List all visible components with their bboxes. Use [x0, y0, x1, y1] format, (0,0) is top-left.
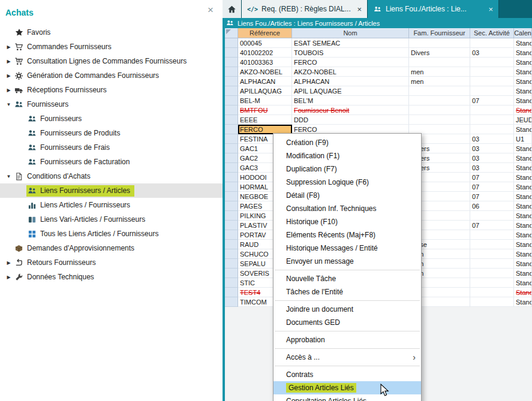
cell-calendrier[interactable]: Stand: [514, 278, 532, 288]
cell-reference[interactable]: 000045: [238, 38, 292, 48]
cell-fam-fournisseur[interactable]: [409, 58, 470, 67]
cell-sec-activite[interactable]: 03: [470, 48, 514, 58]
row-selector[interactable]: [225, 297, 238, 307]
row-selector[interactable]: [225, 182, 238, 192]
column-header-fam-fournisseur[interactable]: Fam. Fournisseur: [409, 28, 470, 38]
cell-calendrier[interactable]: Stand: [514, 211, 532, 221]
menu-item-modification-f1[interactable]: Modification (F1): [273, 149, 421, 162]
cell-sec-activite[interactable]: 03: [470, 163, 514, 173]
sidebar-item-consultation-lignes-de-commandes-fournisseurs[interactable]: ▶Consultation Lignes de Commandes Fourni…: [0, 54, 223, 68]
tab-liens-fournisseurs-articles[interactable]: Liens Fou./Articles : Lie... ×: [368, 0, 499, 18]
cell-sec-activite[interactable]: 03: [470, 144, 514, 153]
cell-nom[interactable]: TOUBOIS: [292, 48, 409, 58]
menu-item-documents-ged[interactable]: Documents GED: [273, 316, 421, 329]
row-selector[interactable]: [225, 125, 238, 134]
row-selector[interactable]: [225, 58, 238, 67]
cell-fam-fournisseur[interactable]: men: [409, 77, 470, 86]
cell-sec-activite[interactable]: 07: [470, 182, 514, 192]
expand-arrow-icon[interactable]: ▶: [4, 59, 13, 64]
menu-item-el-ments-r-cents-maj-f8[interactable]: Eléments Récents (Maj+F8): [273, 228, 421, 242]
cell-nom[interactable]: BEL'M: [292, 96, 409, 105]
sidebar-item-liens-articles-fournisseurs[interactable]: Liens Articles / Fournisseurs: [0, 198, 223, 212]
cell-fam-fournisseur[interactable]: [409, 115, 470, 125]
row-selector[interactable]: [225, 230, 238, 240]
cell-calendrier[interactable]: Stand: [514, 153, 532, 163]
tab-close-icon[interactable]: ×: [357, 5, 362, 14]
menu-item-cr-ation-f9[interactable]: Création (F9): [273, 136, 421, 149]
sidebar-item-fournisseurs-de-produits[interactable]: Fournisseurs de Produits: [0, 126, 223, 140]
cell-reference[interactable]: 401002202: [238, 48, 292, 58]
row-selector[interactable]: [225, 153, 238, 163]
menu-item-duplication-f7[interactable]: Duplication (F7): [273, 162, 421, 176]
cell-calendrier[interactable]: Stand: [514, 58, 532, 67]
cell-sec-activite[interactable]: [470, 211, 514, 221]
menu-item-suppression-logique-f6[interactable]: Suppression Logique (F6): [273, 176, 421, 189]
cell-calendrier[interactable]: Stand: [514, 249, 532, 259]
cell-calendrier[interactable]: U1: [514, 134, 532, 144]
cell-sec-activite[interactable]: 07: [470, 192, 514, 201]
menu-item-t-ches-de-l-entit[interactable]: Tâches de l'Entité: [273, 285, 421, 299]
close-icon[interactable]: ×: [208, 4, 214, 16]
table-row[interactable]: BMTFOUFournisseur BenoitStand: [225, 105, 532, 115]
sidebar-item-demandes-d-approvisionnements[interactable]: Demandes d'Approvisionnements: [0, 241, 223, 255]
tab-req-rules[interactable]: </> Req. (REB) : Règles DIAL... ×: [242, 0, 368, 18]
expand-arrow-icon[interactable]: ▶: [4, 73, 13, 79]
collapse-arrow-icon[interactable]: ▼: [4, 102, 13, 107]
table-row[interactable]: BEL-MBEL'M07Stand: [225, 96, 532, 105]
sidebar-item-liens-fournisseurs-articles[interactable]: Liens Fournisseurs / Articles: [0, 183, 223, 198]
row-selector[interactable]: [225, 77, 238, 86]
row-selector[interactable]: [225, 259, 238, 269]
cell-sec-activite[interactable]: [470, 259, 514, 269]
sidebar-item-liens-vari-articles-fournisseurs[interactable]: Liens Vari-Articles / Fournisseurs: [0, 212, 223, 227]
cell-fam-fournisseur[interactable]: Divers: [409, 48, 470, 58]
cell-fam-fournisseur[interactable]: men: [409, 67, 470, 77]
cell-sec-activite[interactable]: 03: [470, 134, 514, 144]
cell-sec-activite[interactable]: [470, 297, 514, 307]
sidebar-item-fournisseurs[interactable]: Fournisseurs: [0, 111, 223, 126]
cell-calendrier[interactable]: Stand: [514, 230, 532, 240]
menu-item-consultation-inf-techniques[interactable]: Consultation Inf. Techniques: [273, 202, 421, 215]
table-row[interactable]: EEEEDDDJEUDI: [225, 115, 532, 125]
cell-calendrier[interactable]: Stand: [514, 48, 532, 58]
cell-sec-activite[interactable]: [470, 269, 514, 278]
cell-nom[interactable]: ALPHACAN: [292, 77, 409, 86]
cell-reference[interactable]: BEL-M: [238, 96, 292, 105]
column-header-reference[interactable]: Référence: [238, 28, 292, 38]
tab-home[interactable]: [223, 0, 242, 18]
cell-calendrier[interactable]: Stand: [514, 77, 532, 86]
cell-sec-activite[interactable]: 03: [470, 153, 514, 163]
row-selector[interactable]: [225, 211, 238, 221]
cell-calendrier[interactable]: Stand: [514, 269, 532, 278]
row-selector[interactable]: [225, 96, 238, 105]
cell-sec-activite[interactable]: 07: [470, 96, 514, 105]
cell-sec-activite[interactable]: [470, 125, 514, 134]
cell-nom[interactable]: FERCO: [292, 58, 409, 67]
row-selector[interactable]: [225, 38, 238, 48]
cell-sec-activite[interactable]: [470, 240, 514, 249]
sidebar-item-conditions-d-achats[interactable]: ▼Conditions d'Achats: [0, 169, 223, 183]
cell-reference[interactable]: EEEE: [238, 115, 292, 125]
cell-reference[interactable]: 401003363: [238, 58, 292, 67]
menu-item-joindre-un-document[interactable]: Joindre un document: [273, 303, 421, 316]
cell-calendrier[interactable]: Stand: [514, 173, 532, 182]
sidebar-item-favoris[interactable]: Favoris: [0, 25, 223, 40]
cell-calendrier[interactable]: Stand: [514, 163, 532, 173]
cell-nom[interactable]: AKZO-NOBEL: [292, 67, 409, 77]
cell-calendrier[interactable]: Stand: [514, 105, 532, 115]
cell-fam-fournisseur[interactable]: [409, 96, 470, 105]
cell-sec-activite[interactable]: [470, 86, 514, 96]
row-selector[interactable]: [225, 105, 238, 115]
row-selector[interactable]: [225, 240, 238, 249]
cell-sec-activite[interactable]: [470, 249, 514, 259]
cell-calendrier[interactable]: Stand: [514, 240, 532, 249]
row-selector[interactable]: [225, 201, 238, 211]
row-selector[interactable]: [225, 288, 238, 297]
sidebar-item-fournisseurs-de-facturation[interactable]: Fournisseurs de Facturation: [0, 155, 223, 169]
sidebar-item-fournisseurs-de-frais[interactable]: Fournisseurs de Frais: [0, 140, 223, 155]
sidebar-item-r-ceptions-fournisseurs[interactable]: ▶Réceptions Fournisseurs: [0, 83, 223, 97]
cell-reference[interactable]: ALPHACAN: [238, 77, 292, 86]
sidebar-item-donn-es-techniques[interactable]: ▶Données Techniques: [0, 270, 223, 284]
table-row[interactable]: AKZO-NOBELAKZO-NOBELmenStand: [225, 67, 532, 77]
cell-sec-activite[interactable]: [470, 115, 514, 125]
cell-nom[interactable]: DDD: [292, 115, 409, 125]
